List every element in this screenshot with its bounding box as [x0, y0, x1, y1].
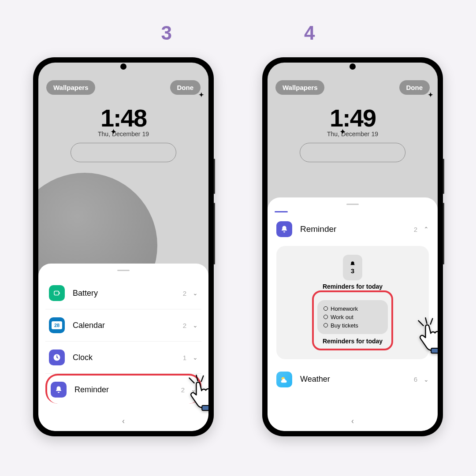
chevron-down-icon: ⌄	[193, 322, 198, 329]
camera-cutout	[350, 63, 356, 70]
calendar-count: 2	[183, 322, 186, 329]
weather-count: 6	[414, 376, 417, 383]
battery-icon	[49, 285, 65, 301]
widget-picker-panel[interactable]: Reminder 2 ⌃ 3 Reminders for today Homew…	[268, 197, 438, 431]
step-3-label: 3	[161, 22, 172, 44]
svg-line-3	[189, 378, 194, 383]
svg-line-4	[196, 375, 197, 381]
date-display: Thu, December 19	[275, 130, 430, 138]
drag-handle[interactable]	[117, 270, 130, 271]
svg-rect-1	[59, 293, 60, 294]
widget-item-calendar[interactable]: 28 Calendar 2 ⌄	[45, 309, 201, 342]
wallpapers-button[interactable]: Wallpapers	[275, 80, 324, 95]
weather-label: Weather	[300, 375, 414, 384]
task-row: Buy tickets	[324, 321, 382, 330]
widget-item-weather[interactable]: Weather 6 ⌄	[275, 365, 431, 394]
bell-icon	[51, 382, 67, 398]
reminder-label: Reminder	[300, 224, 414, 234]
divider	[275, 211, 288, 212]
clock-area[interactable]: 1:48 ✦ Thu, December 19	[46, 104, 201, 162]
step-numbers: 3 4	[161, 22, 315, 44]
lockscreen-area: Wallpapers Done✦ 1:48 ✦ Thu, December 19	[38, 63, 208, 162]
camera-cutout	[120, 63, 126, 70]
reminder-widget-title-2: Reminders for today	[323, 338, 383, 345]
widget-slot[interactable]	[71, 143, 176, 162]
chevron-down-icon: ⌄	[193, 354, 198, 361]
widget-item-clock[interactable]: Clock 1 ⌄	[45, 342, 201, 374]
reminder-count: 2	[414, 226, 417, 233]
wallpapers-button[interactable]: Wallpapers	[46, 80, 95, 95]
sparkle-icon: ✦	[428, 91, 433, 98]
phones-row: Wallpapers Done✦ 1:48 ✦ Thu, December 19…	[33, 57, 443, 436]
widget-item-battery[interactable]: Battery 2 ⌄	[45, 277, 201, 309]
time-display: 1:48	[46, 104, 201, 132]
clock-label: Clock	[73, 353, 183, 362]
battery-label: Battery	[73, 289, 183, 298]
reminder-header[interactable]: Reminder 2 ⌃	[275, 217, 431, 244]
calendar-icon: 28	[49, 317, 65, 333]
date-display: Thu, December 19	[46, 130, 201, 138]
widget-slot[interactable]	[300, 143, 405, 162]
clock-count: 1	[183, 354, 186, 361]
chevron-down-icon: ⌄	[424, 376, 429, 383]
phone-left: Wallpapers Done✦ 1:48 ✦ Thu, December 19…	[33, 57, 214, 436]
screen-right: Wallpapers Done✦ 1:49 ✦ Thu, December 19…	[268, 63, 438, 431]
reminder-widget-title-1: Reminders for today	[323, 283, 383, 290]
reminder-label: Reminder	[74, 385, 181, 394]
chevron-up-icon: ⌃	[424, 226, 429, 233]
bell-icon	[276, 221, 292, 237]
phone-right: Wallpapers Done✦ 1:49 ✦ Thu, December 19…	[262, 57, 443, 436]
svg-line-9	[425, 318, 427, 324]
reminder-list-widget[interactable]: Homework Work out Buy tickets	[317, 300, 388, 334]
screen-left: Wallpapers Done✦ 1:48 ✦ Thu, December 19…	[38, 63, 208, 431]
top-bar: Wallpapers Done✦	[275, 80, 430, 95]
back-button[interactable]: ‹	[351, 416, 354, 426]
sparkle-icon: ✦	[199, 91, 204, 98]
task-row: Work out	[324, 313, 382, 321]
reminder-count: 2	[181, 386, 185, 394]
tap-gesture-icon	[416, 316, 438, 356]
drag-handle[interactable]	[346, 204, 359, 205]
widget-item-reminder[interactable]: Reminder 2 ⌄	[45, 374, 201, 404]
clock-icon	[49, 350, 65, 365]
done-button[interactable]: Done✦	[399, 80, 430, 95]
svg-rect-11	[431, 348, 438, 353]
task-row: Homework	[324, 305, 382, 313]
svg-line-8	[418, 321, 423, 326]
chevron-down-icon: ⌄	[193, 290, 198, 297]
svg-rect-0	[54, 291, 59, 295]
sparkle-icon: ✦	[339, 127, 346, 137]
time-display: 1:49	[275, 104, 430, 132]
step-4-label: 4	[304, 22, 315, 44]
battery-count: 2	[183, 290, 186, 297]
weather-icon	[276, 372, 292, 387]
lockscreen-area: Wallpapers Done✦ 1:49 ✦ Thu, December 19	[268, 63, 438, 162]
svg-rect-6	[202, 405, 208, 410]
reminder-widget-preview: 3 Reminders for today Homework Work out …	[276, 246, 429, 359]
back-button[interactable]: ‹	[122, 416, 125, 426]
clock-area[interactable]: 1:49 ✦ Thu, December 19	[275, 104, 430, 162]
reminder-list-widget-highlight: Homework Work out Buy tickets Reminders …	[312, 290, 393, 350]
tap-gesture-icon	[186, 374, 208, 413]
widget-picker-panel[interactable]: Battery 2 ⌄ 28 Calendar 2 ⌄ Clock 1 ⌄	[38, 264, 208, 431]
sparkle-icon: ✦	[110, 127, 117, 137]
calendar-label: Calendar	[73, 321, 183, 330]
svg-line-10	[431, 319, 433, 324]
top-bar: Wallpapers Done✦	[46, 80, 201, 95]
reminder-badge-count: 3	[351, 267, 354, 275]
svg-line-5	[201, 376, 204, 382]
done-button[interactable]: Done✦	[170, 80, 201, 95]
reminder-badge-widget[interactable]: 3	[343, 255, 362, 280]
